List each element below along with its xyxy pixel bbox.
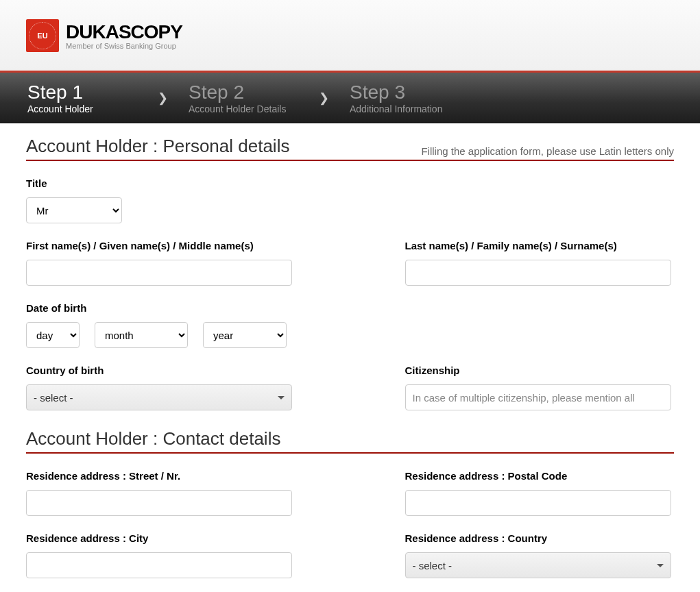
logo-badge-stars-icon bbox=[29, 22, 56, 49]
dob-month-select[interactable]: month bbox=[95, 322, 188, 348]
chevron-down-icon bbox=[657, 564, 664, 567]
chevron-right-icon: ❯ bbox=[158, 90, 168, 106]
citizenship-input[interactable] bbox=[405, 384, 671, 410]
residence-country-select[interactable]: - select - bbox=[405, 552, 671, 578]
step-3-title: Step 3 bbox=[350, 82, 473, 103]
city-input[interactable] bbox=[26, 552, 292, 578]
street-input[interactable] bbox=[26, 490, 292, 516]
section-contact-heading-row: Account Holder : Contact details bbox=[26, 428, 674, 454]
title-label: Title bbox=[26, 177, 122, 189]
dob-year-select[interactable]: year bbox=[203, 322, 287, 348]
logo-brand: DUKASCOPY bbox=[66, 21, 182, 43]
first-name-label: First name(s) / Given name(s) / Middle n… bbox=[26, 240, 295, 251]
step-3-sub: Additional Information bbox=[350, 103, 473, 114]
dob-day-select[interactable]: day bbox=[26, 322, 80, 348]
logo-tagline: Member of Swiss Banking Group bbox=[66, 42, 182, 50]
country-label: Residence address : Country bbox=[405, 532, 675, 544]
step-1-sub: Account Holder bbox=[27, 103, 151, 114]
logo: EU DUKASCOPY Member of Swiss Banking Gro… bbox=[26, 19, 182, 52]
country-of-birth-value: - select - bbox=[34, 392, 73, 404]
dob-label: Date of birth bbox=[26, 302, 674, 314]
first-name-input[interactable] bbox=[26, 260, 292, 286]
step-2-sub: Account Holder Details bbox=[189, 103, 312, 114]
step-1[interactable]: Step 1 Account Holder bbox=[27, 82, 151, 114]
city-label: Residence address : City bbox=[26, 532, 295, 544]
section-personal-note: Filling the application form, please use… bbox=[421, 145, 674, 157]
street-label: Residence address : Street / Nr. bbox=[26, 470, 295, 482]
postal-input[interactable] bbox=[405, 490, 671, 516]
step-2[interactable]: Step 2 Account Holder Details bbox=[189, 82, 312, 114]
logo-badge: EU bbox=[26, 19, 59, 52]
country-of-birth-select[interactable]: - select - bbox=[26, 384, 292, 410]
step-1-title: Step 1 bbox=[27, 82, 151, 103]
title-select[interactable]: Mr bbox=[26, 197, 122, 223]
logo-text: DUKASCOPY Member of Swiss Banking Group bbox=[66, 21, 182, 50]
step-2-title: Step 2 bbox=[189, 82, 312, 103]
last-name-input[interactable] bbox=[405, 260, 671, 286]
chevron-down-icon bbox=[278, 396, 285, 399]
header-banner: EU DUKASCOPY Member of Swiss Banking Gro… bbox=[0, 0, 700, 73]
step-3[interactable]: Step 3 Additional Information bbox=[350, 82, 473, 114]
chevron-right-icon: ❯ bbox=[319, 90, 329, 106]
country-of-birth-label: Country of birth bbox=[26, 365, 295, 376]
postal-label: Residence address : Postal Code bbox=[405, 470, 675, 482]
citizenship-label: Citizenship bbox=[405, 365, 675, 376]
section-personal-heading-row: Account Holder : Personal details Fillin… bbox=[26, 136, 674, 161]
section-personal-heading: Account Holder : Personal details bbox=[26, 136, 289, 157]
section-contact-heading: Account Holder : Contact details bbox=[26, 428, 280, 449]
residence-country-value: - select - bbox=[413, 560, 452, 571]
last-name-label: Last name(s) / Family name(s) / Surname(… bbox=[405, 240, 675, 251]
steps-bar: Step 1 Account Holder ❯ Step 2 Account H… bbox=[0, 73, 700, 123]
